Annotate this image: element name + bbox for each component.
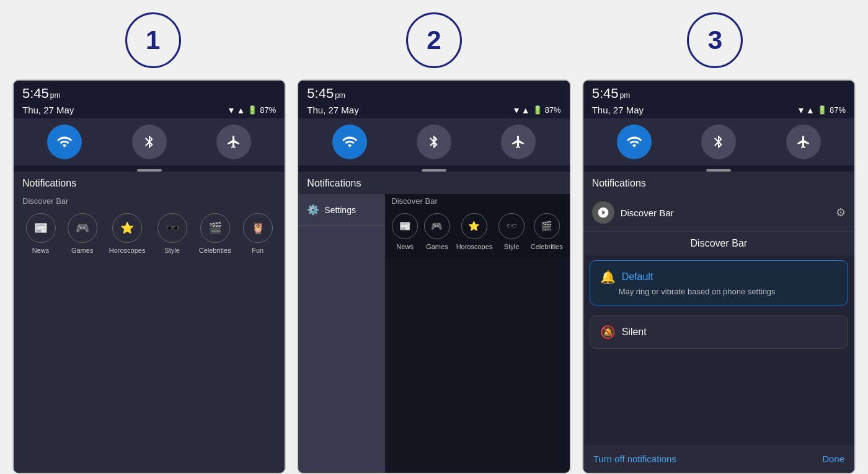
gear-icon[interactable]: ⚙ (836, 206, 846, 219)
notif-app-left: Discover Bar (592, 201, 674, 224)
wifi-status-icon: ▾ (229, 104, 234, 116)
phone-3: 5:45 pm Thu, 27 May ▾ ▲ 🔋 87% (582, 79, 856, 474)
settings-icon: ⚙️ (307, 204, 319, 216)
phone1-ampm: pm (50, 91, 61, 100)
notif-silent-row: 🔕 Silent (600, 325, 838, 340)
p2-celebrities-icon: 🎬 (534, 213, 560, 239)
style-icon: 🕶️ (157, 213, 187, 243)
phone3-date: Thu, 27 May (592, 105, 644, 115)
phone3-bluetooth-toggle[interactable] (701, 125, 736, 159)
phone3-ampm: pm (619, 91, 630, 100)
discover-item-style[interactable]: 🕶️ Style (157, 213, 187, 254)
phone3-time: 5:45 (592, 86, 619, 102)
phone1-status-icons: ▾ ▲ 🔋 87% (229, 104, 276, 116)
phone3-airplane-toggle[interactable] (786, 125, 821, 159)
style-label: Style (164, 247, 179, 254)
bluetooth-toggle[interactable] (132, 125, 167, 159)
signal-icon: ▲ (236, 105, 245, 115)
phone-2: 5:45 pm Thu, 27 May ▾ ▲ 🔋 87% (297, 79, 570, 474)
airplane-toggle[interactable] (216, 125, 251, 159)
notif-app-row: Discover Bar ⚙ (583, 194, 854, 231)
phone2-status-icons: ▾ ▲ 🔋 87% (514, 104, 561, 116)
phone3-notif-header: Notifications (583, 172, 854, 194)
phone-1: 5:45 pm Thu, 27 May ▾ ▲ 🔋 87% (12, 79, 286, 474)
phone1-notif-header: Notifications (14, 172, 285, 194)
phone1-quick-settings (14, 118, 285, 165)
notif-silent-option[interactable]: 🔕 Silent (590, 315, 848, 349)
phone3-status-bar: 5:45 pm Thu, 27 May ▾ ▲ 🔋 87% (583, 81, 854, 118)
turn-off-notifications-link[interactable]: Turn off notifications (593, 454, 676, 464)
step-3-circle: 3 (687, 12, 743, 68)
p2-horoscopes-item: ⭐ Horoscopes (456, 213, 493, 250)
p2-games-label: Games (426, 243, 448, 250)
p2-games-icon: 🎮 (424, 213, 450, 239)
games-label: Games (71, 247, 93, 254)
phone3-panel: Notifications Discover Bar ⚙ Discover Ba… (583, 172, 854, 473)
wifi-toggle[interactable] (47, 125, 82, 159)
phone3-wifi-toggle[interactable] (617, 125, 652, 159)
notif-app-name: Discover Bar (621, 208, 674, 218)
celebrities-label: Celebrities (199, 247, 231, 254)
p2-horoscopes-icon: ⭐ (461, 213, 487, 239)
phone3-battery: 🔋 (817, 105, 827, 115)
phone2-notif-header: Notifications (298, 172, 569, 194)
silent-title: Silent (622, 327, 647, 338)
phone1-notifications: Notifications Discover Bar 📰 News 🎮 Game… (14, 172, 285, 473)
step-2-circle: 2 (406, 12, 462, 68)
phone2-bluetooth-toggle[interactable] (417, 125, 451, 159)
phone1-status-bar: 5:45 pm Thu, 27 May ▾ ▲ 🔋 87% (14, 81, 285, 118)
discover-bar-app-icon (592, 201, 614, 224)
phone2-time: 5:45 (307, 86, 334, 102)
phone2-wifi-status: ▾ (514, 104, 519, 116)
phone2-status-bar: 5:45 pm Thu, 27 May ▾ ▲ 🔋 87% (298, 81, 569, 118)
notif-actions: Turn off notifications Done (583, 445, 854, 473)
silent-bell-icon: 🔕 (600, 325, 616, 340)
battery-icon: 🔋 (247, 105, 257, 115)
horoscopes-icon: ⭐ (112, 213, 142, 243)
default-title: Default (622, 271, 653, 283)
notif-default-option[interactable]: 🔔 Default May ring or vibrate based on p… (590, 260, 848, 305)
news-label: News (32, 247, 50, 254)
phone2-quick-settings (298, 118, 569, 165)
phone2-main-area: ⚙️ Settings Discover Bar 📰 News 🎮 (298, 194, 569, 473)
settings-label: Settings (324, 205, 356, 215)
phone3-quick-settings (583, 118, 854, 165)
context-settings-item[interactable]: ⚙️ Settings (298, 194, 385, 226)
celebrities-icon: 🎬 (200, 213, 230, 243)
p2-style-item: 🕶️ Style (498, 213, 525, 250)
games-icon: 🎮 (68, 213, 97, 243)
p2-news-icon: 📰 (392, 213, 418, 239)
phone1-discover-icons: 📰 News 🎮 Games ⭐ Horoscopes 🕶️ Style 🎬 (14, 208, 285, 261)
discover-item-games[interactable]: 🎮 Games (68, 213, 97, 254)
phone2-signal: ▲ (521, 105, 530, 115)
default-bell-icon: 🔔 (600, 270, 616, 284)
phone2-date: Thu, 27 May (307, 105, 358, 115)
discover-item-news[interactable]: 📰 News (26, 213, 56, 254)
p2-news-label: News (396, 243, 414, 250)
p2-style-label: Style (504, 243, 519, 250)
phone3-wifi-status: ▾ (799, 104, 804, 116)
done-button[interactable]: Done (822, 454, 844, 464)
phone2-wifi-toggle[interactable] (332, 125, 367, 159)
phone2-discover-label: Discover Bar (385, 194, 569, 208)
phone2-ampm: pm (335, 91, 345, 100)
p2-horoscopes-label: Horoscopes (456, 243, 493, 250)
p2-games-item: 🎮 Games (424, 213, 450, 250)
phone2-battery-pct: 87% (545, 105, 561, 115)
phone2-discover-icons: 📰 News 🎮 Games ⭐ Horoscopes 🕶️ (385, 208, 569, 258)
default-desc: May ring or vibrate based on phone setti… (600, 287, 838, 296)
phone2-airplane-toggle[interactable] (501, 125, 536, 159)
discover-item-horoscopes[interactable]: ⭐ Horoscopes (109, 213, 146, 254)
p2-news-item: 📰 News (392, 213, 418, 250)
context-menu: ⚙️ Settings (298, 194, 385, 473)
phone3-battery-pct: 87% (830, 105, 846, 115)
phone1-discover-label: Discover Bar (14, 194, 285, 208)
fun-label: Fun (252, 247, 264, 254)
p2-style-icon: 🕶️ (498, 213, 525, 239)
p2-celebrities-item: 🎬 Celebrities (531, 213, 563, 250)
discover-item-fun[interactable]: 🦉 Fun (243, 213, 273, 254)
discover-item-celebrities[interactable]: 🎬 Celebrities (199, 213, 231, 254)
steps-row: 1 2 3 (12, 12, 856, 68)
p2-celebrities-label: Celebrities (531, 243, 563, 250)
phone2-notifications-area: Notifications ⚙️ Settings Discover Bar 📰 (298, 172, 569, 473)
